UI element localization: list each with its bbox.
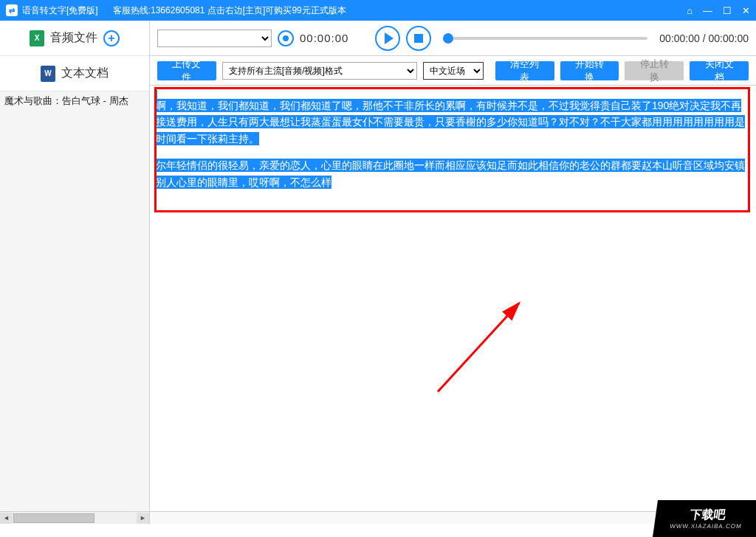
titlebar: ⇄ 语音转文字[免费版] 客服热线:13662605081 点击右边[主页]可购… — [0, 0, 756, 21]
scroll-right-icon[interactable]: ► — [137, 513, 149, 524]
maximize-button[interactable]: ☐ — [723, 5, 732, 16]
record-time: 00:00:00 — [300, 32, 348, 44]
audio-label: 音频文件 — [50, 30, 97, 46]
sidebar: X 音频文件 + W 文本文档 魔术与歌曲：告白气球 - 周杰 ◄ ► — [0, 21, 150, 524]
annotation-arrow-icon — [430, 296, 534, 399]
horizontal-scrollbar[interactable]: ◄ ► — [0, 511, 149, 524]
minimize-button[interactable]: — — [703, 5, 712, 16]
svg-line-0 — [438, 303, 519, 392]
watermark-text: 下载吧 — [689, 507, 726, 523]
language-select[interactable]: 中文近场 — [423, 62, 484, 80]
file-list[interactable]: 魔术与歌曲：告白气球 - 周杰 — [0, 91, 149, 511]
toolbar: 上传文件 支持所有主流[音频/视频]格式 中文近场 清空列表 开始转换 停止转换… — [150, 56, 756, 86]
sidebar-audio-row[interactable]: X 音频文件 + — [0, 21, 149, 56]
watermark: 下载吧 WWW.XIAZAIBA.COM — [653, 500, 756, 537]
time-display: 00:00:00 / 00:00:00 — [659, 32, 749, 44]
close-doc-button[interactable]: 关闭文档 — [690, 61, 749, 80]
close-button[interactable]: ✕ — [742, 5, 750, 16]
upload-button[interactable]: 上传文件 — [157, 61, 216, 80]
progress-slider[interactable] — [443, 37, 647, 40]
word-file-icon: W — [41, 66, 55, 82]
text-cursor — [156, 90, 157, 103]
start-convert-button[interactable]: 开始转换 — [560, 61, 619, 80]
record-button[interactable] — [278, 30, 294, 46]
app-title: 语音转文字[免费版] — [22, 4, 98, 17]
clear-list-button[interactable]: 清空列表 — [495, 61, 554, 80]
app-icon: ⇄ — [6, 4, 18, 16]
player-bar: 00:00:00 00:00:00 / 00:00:00 — [150, 21, 756, 56]
doc-label: 文本文档 — [61, 66, 109, 81]
progress-knob[interactable] — [443, 33, 453, 44]
transcript-paragraph-1[interactable]: 啊，我知道，我们都知道，我们都知道了嗯，那他不干非所长的累啊，有时候并不是，不过… — [156, 99, 745, 145]
add-audio-button[interactable]: + — [103, 30, 120, 46]
stop-convert-button: 停止转换 — [625, 61, 684, 80]
format-select[interactable]: 支持所有主流[音频/视频]格式 — [222, 62, 417, 80]
scroll-thumb[interactable] — [13, 513, 94, 523]
home-icon[interactable]: ⌂ — [687, 5, 693, 16]
play-button[interactable] — [375, 26, 400, 51]
file-dropdown[interactable] — [157, 30, 272, 47]
sidebar-doc-row[interactable]: W 文本文档 — [0, 56, 149, 91]
stop-button[interactable] — [406, 26, 431, 51]
scroll-left-icon[interactable]: ◄ — [0, 513, 13, 524]
list-item[interactable]: 魔术与歌曲：告白气球 - 周杰 — [4, 94, 145, 108]
watermark-url: WWW.XIAZAIBA.COM — [670, 523, 743, 530]
audio-file-icon: X — [30, 30, 44, 46]
transcript-editor[interactable]: 啊，我知道，我们都知道，我们都知道了嗯，那他不干非所长的累啊，有时候并不是，不过… — [150, 86, 756, 511]
hotline-text: 客服热线:13662605081 点击右边[主页]可购买99元正式版本 — [113, 4, 687, 17]
transcript-paragraph-2[interactable]: 尔年轻情侣的很轻易，亲爱的恋人，心里的眼睛在此圈地一样而相应应该知足而如此相信你… — [156, 159, 745, 188]
